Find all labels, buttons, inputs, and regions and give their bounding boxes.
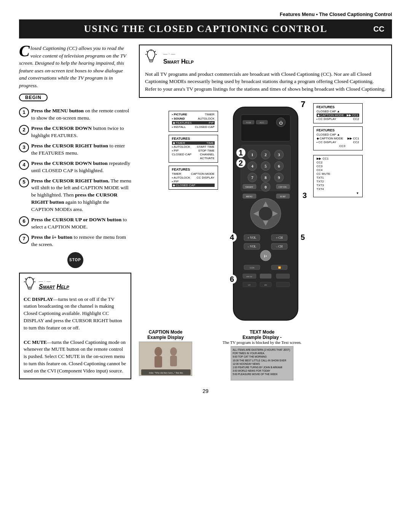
svg-line-5 <box>33 278 34 280</box>
smart-help-right: — · — Smart Help Not all TV programs and… <box>139 45 392 98</box>
svg-text:6: 6 <box>278 164 280 168</box>
caption-mode-label: CAPTION Mode Example Display <box>147 329 183 340</box>
panel-5-title: FEATURES <box>317 128 359 132</box>
menu-panel-2: FEATURES ◆ TIMERTIME • AUTOLOCKSTART TIM… <box>169 135 218 163</box>
title-bar: Using the Closed Captioning Control CC <box>19 19 392 38</box>
svg-point-8 <box>147 50 155 59</box>
smart-help-title: Smart Help <box>39 283 69 290</box>
step-1-number: 1 <box>19 107 29 117</box>
step-overlay-6: 6 <box>228 275 237 284</box>
svg-text:PIP CH: PIP CH <box>246 276 252 278</box>
remote-control: 7 ⏻ VCR ACC <box>222 103 309 326</box>
page-number: 29 <box>19 388 392 394</box>
svg-text:MENU: MENU <box>246 195 253 198</box>
step-overlay-4: 4 <box>228 233 237 242</box>
caption-mode-sublabel: Example Display <box>147 335 183 340</box>
svg-text:9: 9 <box>278 175 280 180</box>
step-5-text: Press the CURSOR RIGHT button. The menu … <box>31 177 131 213</box>
caption-mode-label-text: CAPTION Mode <box>149 329 183 335</box>
step-3: 3 Press the CURSOR RIGHT button to enter… <box>19 142 131 157</box>
stop-badge: STOP <box>67 252 83 268</box>
right-menu-panels: FEATURES CLOSED CAP ▲ ◆ CAPTION MODE▶▶ C… <box>313 103 363 197</box>
lightbulb-icon-right <box>145 49 157 68</box>
example-displays: CAPTION Mode Example Display <box>139 329 392 380</box>
intro-text: losed Captioning (CC) allows you to read… <box>19 45 126 88</box>
right-column: — · — Smart Help Not all TV programs and… <box>139 45 392 380</box>
svg-rect-75 <box>260 274 271 278</box>
intro-block: C losed Captioning (CC) allows you to re… <box>19 45 131 89</box>
text-mode-desc: The TV program is blocked by the Text sc… <box>223 340 301 345</box>
text-mode-sublabel: Example Display - <box>242 335 282 340</box>
step-5-number: 5 <box>19 177 29 187</box>
menu-panel-4: FEATURES CLOSED CAP ▲ ◆ CAPTION MODE▶▶ C… <box>313 103 363 123</box>
text-mode-image: ALL ITEMS ARE EASTERN (2 HOURS THAT JEST… <box>231 346 293 380</box>
step-2: 2 Press the CURSOR DOWN button twice to … <box>19 125 131 139</box>
svg-point-54 <box>259 207 272 220</box>
smart-help-right-title: Smart Help <box>163 57 194 66</box>
step-7: 7 Press the i+ button to remove the menu… <box>19 234 131 248</box>
svg-text:J.CH: J.CH <box>249 267 254 269</box>
text-mode-desc-text: The TV program is blocked by the Text sc… <box>223 340 301 345</box>
page-title: Using the Closed Captioning Control <box>38 23 373 35</box>
panel-4-title: FEATURES <box>317 105 359 109</box>
remote-svg: ⏻ VCR ACC 1 2 3 <box>222 103 309 324</box>
text-mode-label: TEXT Mode Example Display - <box>242 329 282 340</box>
step-6: 6 Press the CURSOR UP or DOWN button to … <box>19 216 131 231</box>
svg-text:7: 7 <box>251 175 253 180</box>
svg-text:UP: UP <box>248 284 250 286</box>
cc-badge: CC <box>373 25 384 34</box>
svg-text:VCR: VCR <box>246 121 250 124</box>
svg-text:2: 2 <box>264 152 267 157</box>
svg-text:CH+CH-: CH+CH- <box>278 186 287 188</box>
step-2-text: Press the CURSOR DOWN button twice to hi… <box>31 125 131 139</box>
svg-text:ACC: ACC <box>259 121 264 124</box>
svg-rect-2 <box>28 288 31 289</box>
step-3-number: 3 <box>19 142 29 152</box>
left-menu-panels: • PICTURETIMER • SOUNDAUTOLOCK ◆ FEATURE… <box>169 111 218 190</box>
svg-line-12 <box>147 51 148 52</box>
step-4-text: Press the CURSOR DOWN button repeatedly … <box>31 160 131 174</box>
svg-line-13 <box>155 51 156 52</box>
step-6-number: 6 <box>19 216 29 226</box>
svg-text:+ VOL: + VOL <box>247 236 256 240</box>
step-6-text: Press the CURSOR UP or DOWN button to se… <box>31 216 131 231</box>
svg-text:i+: i+ <box>264 254 267 258</box>
svg-rect-86 <box>170 356 177 366</box>
main-content: C losed Captioning (CC) allows you to re… <box>19 45 392 380</box>
caption-mode-svg: John: "Why did they have..." But this <box>139 342 192 376</box>
svg-text:⏻: ⏻ <box>279 121 283 125</box>
step-4: 4 Press the CURSOR DOWN button repeatedl… <box>19 160 131 174</box>
smart-help-content: CC DISPLAY—turns text on or off if the T… <box>24 296 127 375</box>
svg-rect-81 <box>276 282 290 287</box>
panel-2-title: FEATURES <box>172 137 215 141</box>
svg-text:⏩: ⏩ <box>278 266 281 269</box>
caption-mode-image: John: "Why did they have..." But this <box>139 342 192 376</box>
step-5: 5 Press the CURSOR RIGHT button. The men… <box>19 177 131 213</box>
left-column: C losed Captioning (CC) allows you to re… <box>19 45 131 380</box>
text-mode-label-text: TEXT Mode <box>250 329 274 335</box>
svg-rect-84 <box>155 356 162 367</box>
begin-section: BEGIN <box>19 94 131 104</box>
svg-text:John: "Why did they have..." B: John: "Why did they have..." But this <box>149 372 183 374</box>
step-label-7: 7 <box>301 99 305 109</box>
smart-help-right-header: — · — Smart Help <box>145 49 386 68</box>
svg-text:8: 8 <box>264 175 267 180</box>
step-overlay-2: 2 <box>236 158 245 168</box>
lightbulb-icon <box>24 276 36 293</box>
smart-help-left-bottom: — · — Smart Help CC DISPLAY—turns text o… <box>19 273 131 379</box>
svg-rect-10 <box>150 61 153 62</box>
svg-text:+ CH: + CH <box>276 236 283 240</box>
page: Features Menu • The Closed Captioning Co… <box>0 0 411 532</box>
step-1: 1 Press the MENU button on the remote co… <box>19 107 131 122</box>
begin-badge: BEGIN <box>19 94 48 101</box>
step-1-text: Press the MENU button on the remote cont… <box>31 107 131 122</box>
svg-text:3: 3 <box>278 152 280 157</box>
svg-text:DN: DN <box>264 284 267 286</box>
svg-point-83 <box>155 347 162 356</box>
step-2-number: 2 <box>19 125 29 135</box>
svg-text:0: 0 <box>264 185 267 189</box>
svg-text:SMART: SMART <box>245 186 253 188</box>
step-overlay-5: 5 <box>298 233 307 242</box>
page-header: Features Menu • The Closed Captioning Co… <box>19 11 392 17</box>
svg-text:4: 4 <box>251 164 253 168</box>
